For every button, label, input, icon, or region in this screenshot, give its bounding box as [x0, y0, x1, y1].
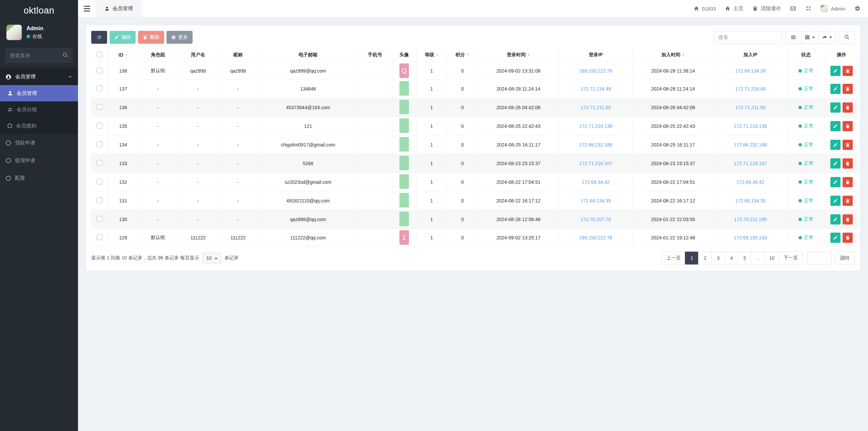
header-username[interactable]: 用户名 [178, 48, 218, 62]
detail-view-button[interactable] [785, 31, 801, 44]
row-delete-button[interactable] [843, 214, 853, 224]
row-checkbox[interactable] [97, 85, 102, 91]
header-id[interactable]: ID▲▼ [108, 48, 138, 62]
login-ip-link[interactable]: 172.71.218.107 [579, 161, 612, 166]
join-ip-link[interactable]: 172.71.211.55 [735, 105, 766, 110]
row-delete-button[interactable] [843, 140, 853, 150]
edit-button[interactable]: 编辑 [110, 31, 136, 44]
row-edit-button[interactable] [830, 214, 841, 224]
join-ip-link[interactable]: 172.69.134.28 [735, 68, 766, 74]
join-ip-link[interactable]: 172.71.218.107 [734, 161, 767, 166]
row-delete-button[interactable] [843, 121, 853, 131]
tab-member-management[interactable]: 会员管理 [96, 0, 142, 17]
join-ip-link[interactable]: 172.71.210.138 [734, 123, 767, 129]
sidebar-toggle-button[interactable] [78, 0, 96, 17]
refresh-button[interactable] [91, 31, 107, 44]
row-edit-button[interactable] [830, 158, 841, 169]
row-delete-button[interactable] [843, 158, 853, 169]
row-delete-button[interactable] [843, 233, 853, 243]
admin-user-menu[interactable]: Admin [821, 5, 845, 12]
login-ip-link[interactable]: 172.71.218.49 [580, 86, 611, 92]
row-checkbox[interactable] [97, 123, 102, 129]
row-checkbox[interactable] [97, 197, 102, 203]
select-all-header[interactable] [91, 48, 108, 62]
jump-page-input[interactable] [807, 252, 832, 265]
page-button-3[interactable]: 3 [711, 252, 725, 265]
header-email[interactable]: 电子邮箱 [258, 48, 358, 62]
header-join-time[interactable]: 加入时间▲▼ [633, 48, 713, 62]
table-search-input[interactable] [714, 31, 782, 44]
login-ip-link[interactable]: 172.69.134.35 [580, 198, 611, 203]
page-button-4[interactable]: 4 [725, 252, 738, 265]
join-ip-link[interactable]: 172.69.195.133 [734, 235, 767, 240]
row-checkbox[interactable] [97, 67, 102, 73]
row-checkbox[interactable] [97, 160, 102, 166]
sidebar-item-member-groups[interactable]: 会员分组 [0, 101, 78, 118]
page-button-2[interactable]: 2 [698, 252, 712, 265]
home-link[interactable]: 主页 [725, 5, 743, 12]
login-ip-link[interactable]: 172.71.211.55 [581, 105, 611, 110]
sidebar-item-member-management[interactable]: 会员管理 [0, 85, 78, 101]
login-ip-link[interactable]: 172.70.207.70 [580, 217, 611, 222]
sidebar-item-loan-applications[interactable]: 贷款申请 [0, 134, 78, 152]
row-delete-button[interactable] [843, 196, 853, 206]
join-ip-link[interactable]: 172.69.134.35 [735, 198, 766, 203]
row-checkbox[interactable] [97, 104, 102, 110]
row-edit-button[interactable] [830, 102, 841, 113]
fullscreen-button[interactable] [805, 5, 811, 12]
sidebar-item-withdrawal-applications[interactable]: 提现申请 [0, 152, 78, 169]
more-button[interactable]: 更多 [166, 31, 193, 44]
login-ip-link[interactable]: 172.68.232.188 [579, 142, 612, 148]
language-switch-button[interactable] [790, 5, 796, 12]
row-checkbox[interactable] [97, 216, 102, 222]
row-edit-button[interactable] [830, 140, 841, 150]
row-delete-button[interactable] [843, 102, 853, 113]
stat-counter[interactable]: 01833 [694, 6, 716, 12]
row-delete-button[interactable] [843, 84, 853, 94]
page-button-5[interactable]: 5 [738, 252, 751, 265]
row-checkbox[interactable] [97, 179, 102, 184]
row-delete-button[interactable] [843, 177, 853, 187]
login-ip-link[interactable]: 172.71.210.138 [579, 123, 612, 129]
login-ip-link[interactable]: 172.69.34.42 [582, 179, 610, 185]
login-ip-link[interactable]: 169.150.222.76 [579, 235, 612, 240]
row-checkbox[interactable] [97, 234, 102, 240]
export-button[interactable] [818, 31, 836, 44]
join-ip-link[interactable]: 172.69.34.42 [736, 179, 764, 185]
header-status[interactable]: 状态 [787, 48, 825, 62]
sidebar-item-member-rules[interactable]: 会员规则 [0, 118, 78, 134]
clear-cache-button[interactable]: 清除缓存 [752, 5, 781, 12]
join-ip-link[interactable]: 172.70.211.195 [734, 217, 767, 222]
row-edit-button[interactable] [830, 66, 841, 76]
page-button-10[interactable]: 10 [764, 252, 779, 265]
prev-page-button[interactable]: 上一页 [662, 252, 685, 265]
row-edit-button[interactable] [830, 84, 841, 94]
header-join-ip[interactable]: 加入IP [713, 48, 787, 62]
header-group[interactable]: 角色组 [138, 48, 178, 62]
header-avatar[interactable]: 头像 [392, 48, 416, 62]
select-all-checkbox[interactable] [97, 52, 102, 57]
header-nickname[interactable]: 昵称 [218, 48, 258, 62]
row-edit-button[interactable] [830, 233, 841, 243]
row-edit-button[interactable] [830, 121, 841, 131]
sidebar-item-config[interactable]: 配置 [0, 169, 78, 187]
columns-button[interactable] [801, 31, 818, 44]
header-login-ip[interactable]: 登录IP [559, 48, 633, 62]
page-button-1[interactable]: 1 [685, 252, 698, 265]
header-level[interactable]: 等级▲▼ [416, 48, 447, 62]
next-page-button[interactable]: 下一页 [779, 252, 803, 265]
row-checkbox[interactable] [97, 141, 102, 147]
sidebar-item-member-management-parent[interactable]: 会员管理 [0, 68, 78, 85]
join-ip-link[interactable]: 172.71.218.49 [735, 86, 766, 92]
login-ip-link[interactable]: 169.150.222.76 [579, 68, 612, 74]
row-edit-button[interactable] [830, 177, 841, 187]
search-toggle-button[interactable] [839, 31, 855, 44]
jump-button[interactable]: 跳转 [835, 252, 855, 265]
page-size-dropdown[interactable]: 10 [202, 252, 221, 264]
header-score[interactable]: 积分▲▼ [447, 48, 478, 62]
settings-button[interactable] [854, 5, 861, 12]
row-delete-button[interactable] [843, 66, 853, 76]
header-phone[interactable]: 手机号 [358, 48, 392, 62]
row-edit-button[interactable] [830, 196, 841, 206]
header-login-time[interactable]: 登录时间▲▼ [478, 48, 559, 62]
